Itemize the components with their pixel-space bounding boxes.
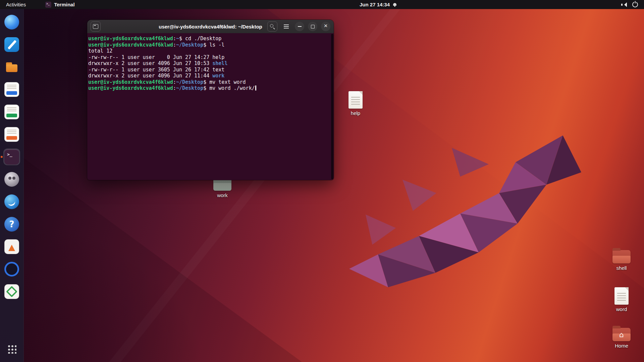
terminal-output: user@iv-yds6oxrdvkcva4f6klwd:~$ cd ./Des… bbox=[88, 36, 330, 92]
top-bar: Activities Terminal Jun 27 14:34 bbox=[0, 0, 644, 9]
thunderbird-icon bbox=[4, 194, 19, 209]
dock-item-vscode[interactable] bbox=[3, 36, 20, 53]
terminal-line: user@iv-yds6oxrdvkcva4f6klwd:~/Desktop$ … bbox=[88, 85, 330, 92]
dock bbox=[0, 9, 24, 362]
clock-label: Jun 27 14:34 bbox=[360, 2, 390, 7]
terminal-cursor bbox=[255, 85, 256, 90]
vscode-icon bbox=[4, 37, 19, 52]
new-tab-icon bbox=[93, 24, 98, 29]
show-apps-grid-icon bbox=[7, 345, 16, 354]
dock-item-help[interactable] bbox=[3, 216, 20, 233]
terminal-line: user@iv-yds6oxrdvkcva4f6klwd:~/Desktop$ … bbox=[88, 42, 330, 48]
power-icon bbox=[632, 2, 638, 7]
dock-item-impress[interactable] bbox=[3, 126, 20, 143]
file-icon bbox=[348, 91, 363, 109]
terminal-line: user@iv-yds6oxrdvkcva4f6klwd:~/Desktop$ … bbox=[88, 79, 330, 85]
writer-icon bbox=[4, 82, 19, 97]
desktop-icon-label: shell bbox=[616, 265, 627, 271]
activities-button[interactable]: Activities bbox=[0, 0, 32, 9]
terminal-line: user@iv-yds6oxrdvkcva4f6klwd:~$ cd ./Des… bbox=[88, 36, 330, 42]
maximize-icon bbox=[311, 25, 315, 28]
terminal-icon bbox=[4, 149, 19, 165]
terminal-body[interactable]: user@iv-yds6oxrdvkcva4f6klwd:~$ cd ./Des… bbox=[87, 33, 334, 180]
terminal-line: total 12 bbox=[88, 48, 330, 54]
focused-app-menu[interactable]: Terminal bbox=[45, 2, 74, 8]
scrollbar-thumb[interactable] bbox=[331, 34, 333, 179]
minimize-icon bbox=[298, 26, 302, 27]
terminal-app-icon bbox=[45, 2, 51, 8]
folder-icon bbox=[612, 250, 631, 263]
home-folder-icon bbox=[612, 328, 631, 341]
firefox-icon bbox=[4, 15, 19, 29]
dock-item-firefox[interactable] bbox=[3, 14, 20, 31]
vlc-icon bbox=[4, 239, 19, 254]
system-status-menu[interactable] bbox=[621, 0, 644, 9]
new-tab-button[interactable] bbox=[91, 21, 101, 32]
calc-icon bbox=[4, 105, 19, 119]
terminal-line: -rw-rw-r-- 1 user user 0 Jun 27 14:27 he… bbox=[88, 54, 330, 61]
hamburger-menu-icon bbox=[284, 26, 289, 27]
menu-button[interactable] bbox=[281, 21, 291, 32]
close-button[interactable] bbox=[321, 22, 330, 31]
files-icon bbox=[4, 60, 19, 74]
maximize-button[interactable] bbox=[308, 22, 317, 31]
dock-item-terminal[interactable] bbox=[3, 148, 20, 165]
desktop-icon-home[interactable]: Home bbox=[608, 328, 635, 349]
impress-icon bbox=[4, 127, 19, 142]
clock-menu[interactable]: Jun 27 14:34 bbox=[360, 0, 397, 9]
terminal-window: user@iv-yds6oxrdvkcva4f6klwd: ~/Desktop bbox=[87, 20, 334, 180]
show-applications-button[interactable] bbox=[0, 345, 23, 354]
desktop-icon-label: help bbox=[351, 110, 360, 116]
dock-item-writer[interactable] bbox=[3, 81, 20, 98]
dock-items bbox=[0, 9, 23, 300]
dock-item-blue-ring-app[interactable] bbox=[3, 261, 20, 278]
minimize-button[interactable] bbox=[295, 22, 304, 31]
dock-item-thunderbird[interactable] bbox=[3, 193, 20, 210]
app-center-icon bbox=[4, 284, 19, 299]
search-button[interactable] bbox=[267, 21, 277, 32]
focused-app-label: Terminal bbox=[54, 2, 74, 7]
desktop-icon-label: word bbox=[616, 306, 627, 312]
terminal-scrollbar[interactable] bbox=[331, 34, 333, 179]
desktop-icon-shell[interactable]: shell bbox=[608, 250, 635, 271]
file-icon bbox=[614, 287, 629, 305]
desktop: help work shell word Home user@iv-yds6ox… bbox=[0, 0, 644, 362]
window-titlebar[interactable]: user@iv-yds6oxrdvkcva4f6klwd: ~/Desktop bbox=[87, 20, 334, 34]
dock-item-gimp[interactable] bbox=[3, 171, 20, 188]
close-icon bbox=[324, 26, 327, 27]
dock-item-app-center[interactable] bbox=[3, 283, 20, 300]
dock-item-files[interactable] bbox=[3, 59, 20, 75]
notification-bell-icon bbox=[393, 3, 397, 7]
terminal-line: drwxrwxr-x 2 user user 4096 Jun 27 11:44… bbox=[88, 73, 330, 79]
gimp-icon bbox=[4, 172, 19, 187]
desktop-icon-label: work bbox=[217, 192, 228, 198]
terminal-line: -rw-rw-r-- 1 user user 3605 Jun 26 17:42… bbox=[88, 67, 330, 73]
volume-icon bbox=[621, 2, 626, 7]
blue-ring-app-icon bbox=[4, 262, 19, 277]
terminal-line: drwxrwxr-x 2 user user 4096 Jun 27 10:53… bbox=[88, 60, 330, 67]
dock-item-vlc[interactable] bbox=[3, 238, 20, 255]
dock-item-calc[interactable] bbox=[3, 104, 20, 120]
desktop-icon-help[interactable]: help bbox=[342, 91, 369, 116]
search-icon bbox=[270, 24, 275, 29]
help-icon bbox=[4, 217, 19, 232]
desktop-icon-work[interactable]: work bbox=[209, 177, 236, 198]
desktop-icon-word[interactable]: word bbox=[608, 287, 635, 312]
desktop-icon-label: Home bbox=[615, 343, 628, 349]
home-emblem-icon bbox=[619, 331, 624, 339]
